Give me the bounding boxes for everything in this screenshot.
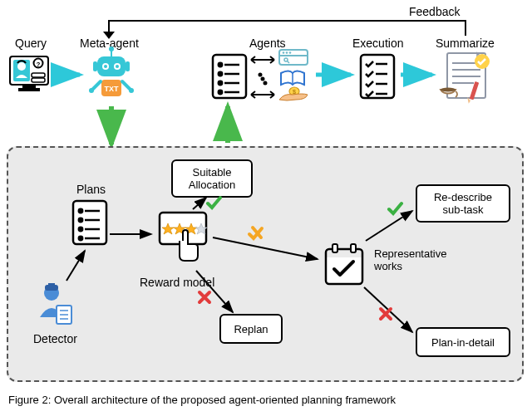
- rep-works-label: Representative works: [374, 247, 446, 272]
- reward-model-label: Reward model: [140, 276, 214, 289]
- svg-rect-75: [48, 283, 55, 286]
- replan-box: Replan: [219, 314, 283, 344]
- suitable-allocation-box: Suitable Allocation: [171, 159, 253, 198]
- svg-point-67: [79, 218, 82, 222]
- svg-rect-84: [351, 244, 356, 252]
- detector-label: Detector: [33, 332, 77, 345]
- reward-model-icon: [155, 208, 211, 271]
- svg-rect-82: [326, 249, 362, 257]
- svg-point-65: [79, 209, 82, 213]
- svg-rect-83: [332, 244, 337, 252]
- svg-point-69: [79, 228, 82, 231]
- rep-works-icon: [321, 239, 367, 289]
- figure-caption: Figure 2: Overall architecture of the pr…: [8, 394, 524, 406]
- plans-list-icon: [71, 199, 108, 246]
- top-flow-arrows: [0, 0, 532, 166]
- detector-icon: [35, 281, 73, 330]
- plans-label: Plans: [76, 183, 106, 196]
- redescribe-box: Re-describe sub-task: [416, 184, 510, 223]
- plan-in-detail-box: Plan-in-detail: [416, 327, 510, 357]
- svg-point-71: [79, 237, 82, 240]
- diagram-stage: Feedback Query Meta-agent Agents Executi…: [0, 0, 532, 416]
